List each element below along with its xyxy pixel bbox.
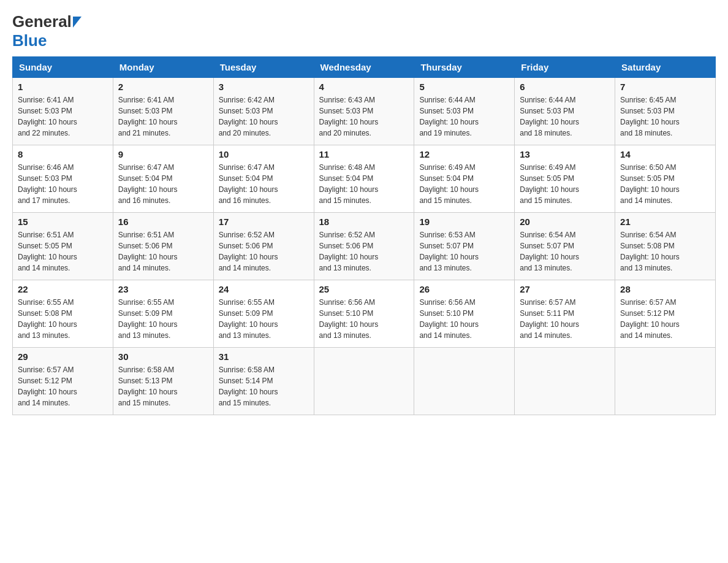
weekday-header-tuesday: Tuesday: [213, 57, 314, 78]
day-number: 21: [620, 216, 710, 227]
day-number: 23: [118, 284, 208, 294]
day-number: 6: [520, 82, 610, 92]
calendar-cell: 26 Sunrise: 6:56 AMSunset: 5:10 PMDaylig…: [414, 280, 515, 348]
day-info: Sunrise: 6:55 AMSunset: 5:09 PMDaylight:…: [118, 298, 178, 340]
calendar-cell: 22 Sunrise: 6:55 AMSunset: 5:08 PMDaylig…: [13, 280, 113, 348]
day-number: 30: [118, 351, 208, 362]
logo-blue-text: Blue: [12, 31, 47, 50]
calendar-cell: 4 Sunrise: 6:43 AMSunset: 5:03 PMDayligh…: [314, 78, 414, 145]
day-info: Sunrise: 6:55 AMSunset: 5:09 PMDaylight:…: [219, 298, 278, 340]
day-info: Sunrise: 6:43 AMSunset: 5:03 PMDaylight:…: [319, 96, 379, 137]
calendar-cell: 3 Sunrise: 6:42 AMSunset: 5:03 PMDayligh…: [213, 78, 314, 145]
logo-general-text: General: [12, 12, 72, 31]
day-info: Sunrise: 6:48 AMSunset: 5:04 PMDaylight:…: [319, 163, 379, 205]
day-number: 31: [219, 351, 309, 362]
calendar-cell: 11 Sunrise: 6:48 AMSunset: 5:04 PMDaylig…: [314, 145, 414, 213]
calendar-cell: 29 Sunrise: 6:57 AMSunset: 5:12 PMDaylig…: [13, 348, 113, 415]
day-number: 25: [319, 284, 409, 294]
calendar-cell: 31 Sunrise: 6:58 AMSunset: 5:14 PMDaylig…: [213, 348, 314, 415]
calendar-cell: [414, 348, 515, 415]
calendar-cell: 9 Sunrise: 6:47 AMSunset: 5:04 PMDayligh…: [113, 145, 213, 213]
calendar-cell: [615, 348, 716, 415]
calendar-cell: 6 Sunrise: 6:44 AMSunset: 5:03 PMDayligh…: [515, 78, 615, 145]
day-number: 11: [319, 149, 409, 159]
day-number: 2: [118, 82, 208, 92]
day-number: 1: [18, 82, 108, 92]
day-number: 7: [620, 82, 710, 92]
day-info: Sunrise: 6:54 AMSunset: 5:08 PMDaylight:…: [620, 231, 680, 272]
calendar-cell: 21 Sunrise: 6:54 AMSunset: 5:08 PMDaylig…: [615, 213, 716, 280]
calendar-cell: 19 Sunrise: 6:53 AMSunset: 5:07 PMDaylig…: [414, 213, 515, 280]
calendar-cell: 16 Sunrise: 6:51 AMSunset: 5:06 PMDaylig…: [113, 213, 213, 280]
day-info: Sunrise: 6:41 AMSunset: 5:03 PMDaylight:…: [118, 96, 178, 137]
weekday-header-thursday: Thursday: [414, 57, 515, 78]
day-number: 22: [18, 284, 108, 294]
calendar-cell: 13 Sunrise: 6:49 AMSunset: 5:05 PMDaylig…: [515, 145, 615, 213]
calendar-cell: 1 Sunrise: 6:41 AMSunset: 5:03 PMDayligh…: [13, 78, 113, 145]
calendar-cell: 28 Sunrise: 6:57 AMSunset: 5:12 PMDaylig…: [615, 280, 716, 348]
logo: General Blue: [12, 12, 82, 50]
day-number: 13: [520, 149, 610, 159]
day-info: Sunrise: 6:51 AMSunset: 5:05 PMDaylight:…: [18, 231, 77, 272]
day-info: Sunrise: 6:56 AMSunset: 5:10 PMDaylight:…: [319, 298, 379, 340]
day-number: 3: [219, 82, 309, 92]
day-info: Sunrise: 6:44 AMSunset: 5:03 PMDaylight:…: [520, 96, 579, 137]
calendar-cell: 8 Sunrise: 6:46 AMSunset: 5:03 PMDayligh…: [13, 145, 113, 213]
calendar-cell: 15 Sunrise: 6:51 AMSunset: 5:05 PMDaylig…: [13, 213, 113, 280]
calendar-cell: 18 Sunrise: 6:52 AMSunset: 5:06 PMDaylig…: [314, 213, 414, 280]
day-number: 10: [219, 149, 309, 159]
day-number: 19: [419, 216, 509, 227]
day-number: 26: [419, 284, 509, 294]
day-number: 24: [219, 284, 309, 294]
weekday-header-sunday: Sunday: [13, 57, 113, 78]
day-number: 4: [319, 82, 409, 92]
weekday-header-wednesday: Wednesday: [314, 57, 414, 78]
day-info: Sunrise: 6:49 AMSunset: 5:05 PMDaylight:…: [520, 163, 579, 205]
day-number: 17: [219, 216, 309, 227]
calendar-cell: 7 Sunrise: 6:45 AMSunset: 5:03 PMDayligh…: [615, 78, 716, 145]
logo-triangle-icon: [73, 17, 82, 28]
day-number: 16: [118, 216, 208, 227]
day-number: 20: [520, 216, 610, 227]
calendar-week-row: 1 Sunrise: 6:41 AMSunset: 5:03 PMDayligh…: [13, 78, 716, 145]
weekday-header-saturday: Saturday: [615, 57, 716, 78]
calendar-cell: 12 Sunrise: 6:49 AMSunset: 5:04 PMDaylig…: [414, 145, 515, 213]
calendar-week-row: 22 Sunrise: 6:55 AMSunset: 5:08 PMDaylig…: [13, 280, 716, 348]
calendar-cell: [515, 348, 615, 415]
day-info: Sunrise: 6:52 AMSunset: 5:06 PMDaylight:…: [319, 231, 379, 272]
calendar-cell: [314, 348, 414, 415]
weekday-header-friday: Friday: [515, 57, 615, 78]
calendar-cell: 30 Sunrise: 6:58 AMSunset: 5:13 PMDaylig…: [113, 348, 213, 415]
day-info: Sunrise: 6:49 AMSunset: 5:04 PMDaylight:…: [419, 163, 479, 205]
calendar-week-row: 8 Sunrise: 6:46 AMSunset: 5:03 PMDayligh…: [13, 145, 716, 213]
calendar-cell: 27 Sunrise: 6:57 AMSunset: 5:11 PMDaylig…: [515, 280, 615, 348]
day-info: Sunrise: 6:54 AMSunset: 5:07 PMDaylight:…: [520, 231, 579, 272]
day-number: 12: [419, 149, 509, 159]
calendar-cell: 24 Sunrise: 6:55 AMSunset: 5:09 PMDaylig…: [213, 280, 314, 348]
day-info: Sunrise: 6:47 AMSunset: 5:04 PMDaylight:…: [118, 163, 178, 205]
day-info: Sunrise: 6:57 AMSunset: 5:12 PMDaylight:…: [620, 298, 680, 340]
day-number: 15: [18, 216, 108, 227]
calendar-header-row: SundayMondayTuesdayWednesdayThursdayFrid…: [13, 57, 716, 78]
calendar-cell: 14 Sunrise: 6:50 AMSunset: 5:05 PMDaylig…: [615, 145, 716, 213]
calendar-table: SundayMondayTuesdayWednesdayThursdayFrid…: [12, 56, 716, 415]
day-info: Sunrise: 6:57 AMSunset: 5:12 PMDaylight:…: [18, 366, 77, 407]
page-header: General Blue: [12, 12, 716, 50]
day-info: Sunrise: 6:58 AMSunset: 5:13 PMDaylight:…: [118, 366, 178, 407]
day-info: Sunrise: 6:41 AMSunset: 5:03 PMDaylight:…: [18, 96, 77, 137]
day-info: Sunrise: 6:52 AMSunset: 5:06 PMDaylight:…: [219, 231, 278, 272]
day-number: 29: [18, 351, 108, 362]
day-info: Sunrise: 6:47 AMSunset: 5:04 PMDaylight:…: [219, 163, 278, 205]
day-info: Sunrise: 6:57 AMSunset: 5:11 PMDaylight:…: [520, 298, 579, 340]
day-info: Sunrise: 6:50 AMSunset: 5:05 PMDaylight:…: [620, 163, 680, 205]
day-info: Sunrise: 6:58 AMSunset: 5:14 PMDaylight:…: [219, 366, 278, 407]
day-info: Sunrise: 6:44 AMSunset: 5:03 PMDaylight:…: [419, 96, 479, 137]
day-info: Sunrise: 6:46 AMSunset: 5:03 PMDaylight:…: [18, 163, 77, 205]
calendar-week-row: 15 Sunrise: 6:51 AMSunset: 5:05 PMDaylig…: [13, 213, 716, 280]
calendar-cell: 25 Sunrise: 6:56 AMSunset: 5:10 PMDaylig…: [314, 280, 414, 348]
day-number: 14: [620, 149, 710, 159]
day-number: 8: [18, 149, 108, 159]
calendar-cell: 17 Sunrise: 6:52 AMSunset: 5:06 PMDaylig…: [213, 213, 314, 280]
day-number: 5: [419, 82, 509, 92]
calendar-cell: 2 Sunrise: 6:41 AMSunset: 5:03 PMDayligh…: [113, 78, 213, 145]
